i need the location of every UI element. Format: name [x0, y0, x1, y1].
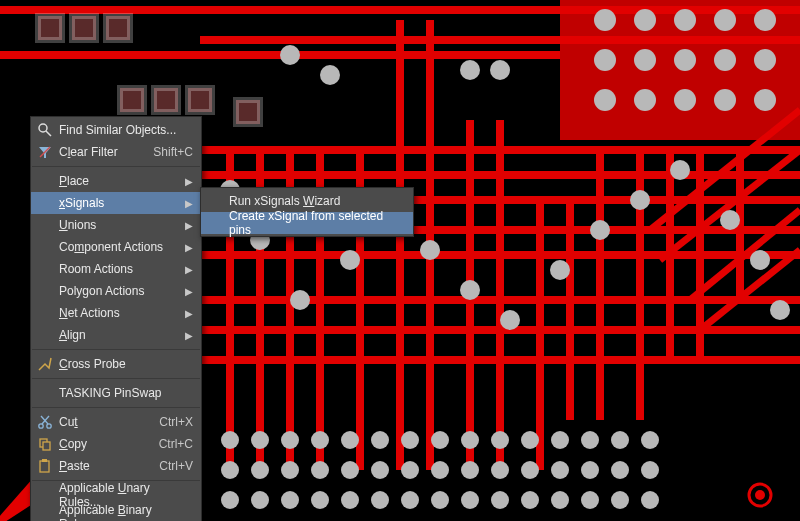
- menu-place[interactable]: Place ▶: [31, 170, 201, 192]
- svg-point-87: [221, 461, 239, 479]
- svg-point-113: [551, 491, 569, 509]
- svg-point-49: [634, 89, 656, 111]
- menu-shortcut: Shift+C: [153, 145, 193, 159]
- submenu-arrow-icon: ▶: [185, 286, 193, 297]
- menu-shortcut: Ctrl+C: [159, 437, 193, 451]
- svg-point-78: [401, 431, 419, 449]
- svg-point-38: [594, 9, 616, 31]
- svg-point-77: [371, 431, 389, 449]
- menu-net-actions[interactable]: Net Actions ▶: [31, 302, 201, 324]
- menu-separator: [32, 166, 200, 167]
- menu-label: Clear Filter: [59, 145, 118, 159]
- svg-rect-135: [43, 442, 50, 450]
- context-menu: Find Similar Objects... Clear Filter Shi…: [30, 116, 202, 521]
- svg-point-76: [341, 431, 359, 449]
- menu-copy[interactable]: Copy Ctrl+C: [31, 433, 201, 455]
- svg-point-80: [461, 431, 479, 449]
- menu-cut[interactable]: Cut Ctrl+X: [31, 411, 201, 433]
- menu-unions[interactable]: Unions ▶: [31, 214, 201, 236]
- menu-room-actions[interactable]: Room Actions ▶: [31, 258, 201, 280]
- svg-point-103: [251, 491, 269, 509]
- svg-point-94: [431, 461, 449, 479]
- menu-find-similar[interactable]: Find Similar Objects...: [31, 119, 201, 141]
- menu-align[interactable]: Align ▶: [31, 324, 201, 346]
- menu-label: Find Similar Objects...: [59, 123, 176, 137]
- svg-point-66: [590, 220, 610, 240]
- submenu-create-from-pins[interactable]: Create xSignal from selected pins: [201, 212, 413, 234]
- svg-point-85: [611, 431, 629, 449]
- menu-label: Component Actions: [59, 240, 163, 254]
- menu-clear-filter[interactable]: Clear Filter Shift+C: [31, 141, 201, 163]
- svg-line-127: [46, 131, 51, 136]
- svg-point-50: [674, 89, 696, 111]
- menu-label: Align: [59, 328, 86, 342]
- menu-label: Applicable Binary Rules...: [59, 503, 193, 521]
- menu-label: Run xSignals Wizard: [229, 194, 340, 208]
- svg-point-91: [341, 461, 359, 479]
- menu-label: Room Actions: [59, 262, 133, 276]
- svg-point-67: [630, 190, 650, 210]
- menu-polygon-actions[interactable]: Polygon Actions ▶: [31, 280, 201, 302]
- svg-point-60: [340, 250, 360, 270]
- menu-label: Cut: [59, 415, 78, 429]
- svg-point-86: [641, 431, 659, 449]
- menu-applicable-binary[interactable]: Applicable Binary Rules...: [31, 506, 201, 521]
- menu-shortcut: Ctrl+X: [159, 415, 193, 429]
- svg-point-72: [221, 431, 239, 449]
- menu-label: TASKING PinSwap: [59, 386, 161, 400]
- svg-point-48: [594, 89, 616, 111]
- svg-point-118: [755, 490, 765, 500]
- svg-point-62: [420, 240, 440, 260]
- menu-shortcut: Ctrl+V: [159, 459, 193, 473]
- svg-point-41: [714, 9, 736, 31]
- svg-rect-121: [106, 16, 130, 40]
- svg-point-92: [371, 461, 389, 479]
- menu-label: Place: [59, 174, 89, 188]
- submenu-arrow-icon: ▶: [185, 220, 193, 231]
- menu-label: Copy: [59, 437, 87, 451]
- svg-rect-119: [38, 16, 62, 40]
- svg-point-56: [490, 60, 510, 80]
- svg-point-46: [714, 49, 736, 71]
- cut-icon: [37, 414, 53, 430]
- svg-point-110: [461, 491, 479, 509]
- menu-label: Net Actions: [59, 306, 120, 320]
- search-icon: [37, 122, 53, 138]
- svg-point-54: [320, 65, 340, 85]
- svg-point-68: [670, 160, 690, 180]
- cross-probe-icon: [37, 356, 53, 372]
- svg-point-59: [290, 290, 310, 310]
- menu-cross-probe[interactable]: Cross Probe: [31, 353, 201, 375]
- menu-label: Cross Probe: [59, 357, 126, 371]
- submenu-arrow-icon: ▶: [185, 176, 193, 187]
- menu-tasking-pinswap[interactable]: TASKING PinSwap: [31, 382, 201, 404]
- svg-point-102: [221, 491, 239, 509]
- svg-point-97: [521, 461, 539, 479]
- menu-component-actions[interactable]: Component Actions ▶: [31, 236, 201, 258]
- svg-point-47: [754, 49, 776, 71]
- menu-label: Unions: [59, 218, 96, 232]
- svg-point-100: [611, 461, 629, 479]
- svg-point-82: [521, 431, 539, 449]
- svg-point-115: [611, 491, 629, 509]
- menu-separator: [32, 407, 200, 408]
- svg-point-96: [491, 461, 509, 479]
- svg-rect-136: [40, 461, 49, 472]
- svg-point-53: [280, 45, 300, 65]
- svg-point-71: [770, 300, 790, 320]
- svg-point-89: [281, 461, 299, 479]
- svg-point-79: [431, 431, 449, 449]
- svg-line-132: [42, 416, 49, 424]
- svg-point-112: [521, 491, 539, 509]
- svg-point-65: [550, 260, 570, 280]
- paste-icon: [37, 458, 53, 474]
- svg-point-70: [750, 250, 770, 270]
- svg-point-111: [491, 491, 509, 509]
- menu-xsignals[interactable]: xSignals ▶: [31, 192, 201, 214]
- svg-rect-137: [42, 459, 47, 462]
- svg-point-101: [641, 461, 659, 479]
- svg-rect-124: [188, 88, 212, 112]
- svg-point-84: [581, 431, 599, 449]
- menu-paste[interactable]: Paste Ctrl+V: [31, 455, 201, 477]
- menu-separator: [32, 349, 200, 350]
